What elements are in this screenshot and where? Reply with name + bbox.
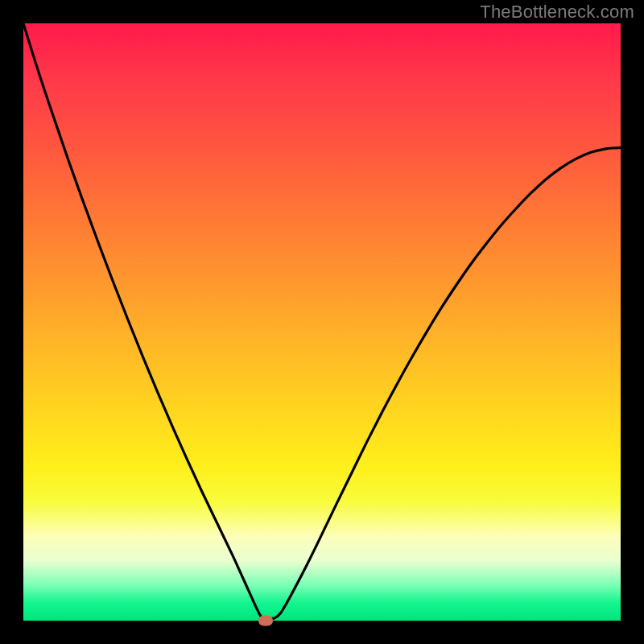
minimum-marker <box>258 616 273 626</box>
watermark-text: TheBottleneck.com <box>480 2 634 23</box>
plot-area <box>23 23 621 621</box>
bottleneck-curve <box>23 23 621 619</box>
chart-frame: TheBottleneck.com <box>0 0 644 644</box>
curve-svg <box>23 23 621 621</box>
